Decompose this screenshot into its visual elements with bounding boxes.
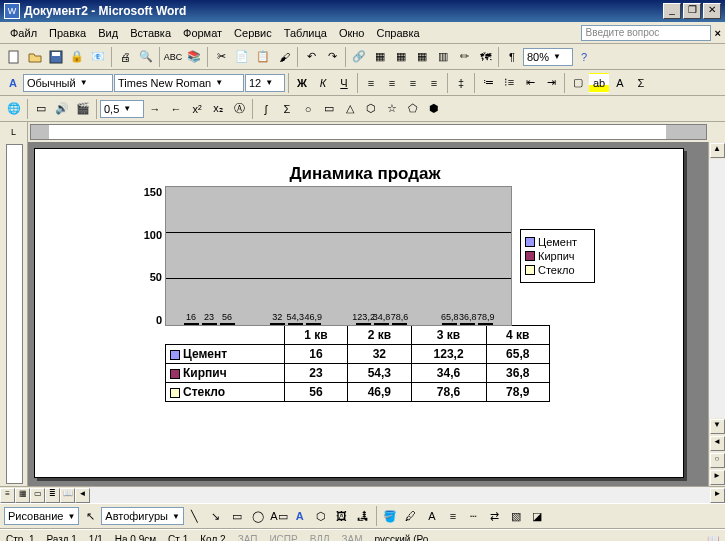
horizontal-scrollbar[interactable]: ≡ ▦ ▭ ≣ 📖 ◄ ► <box>0 486 725 503</box>
menu-format[interactable]: Формат <box>177 25 228 41</box>
indent-spin[interactable]: 0,5▼ <box>100 100 144 118</box>
oval-tool-button[interactable]: ◯ <box>248 506 268 526</box>
misc-button-5[interactable]: ☆ <box>382 99 402 119</box>
ruler-corner[interactable]: L <box>0 122 28 142</box>
autoshapes-menu[interactable]: Автофигуры▼ <box>101 507 184 525</box>
page-scroll[interactable]: Динамика продаж 150 100 50 0 1623563254,… <box>28 142 708 486</box>
select-objects-button[interactable]: ↖ <box>80 506 100 526</box>
menu-table[interactable]: Таблица <box>278 25 333 41</box>
maximize-button[interactable]: ❐ <box>683 3 701 19</box>
menu-edit[interactable]: Правка <box>43 25 92 41</box>
line-spacing-button[interactable]: ‡ <box>451 73 471 93</box>
browse-object-button[interactable]: ○ <box>710 453 725 468</box>
close-button[interactable]: ✕ <box>703 3 721 19</box>
equation-editor-button[interactable]: ∫ <box>256 99 276 119</box>
close-doc-button[interactable]: × <box>715 27 721 39</box>
misc-button-6[interactable]: ⬠ <box>403 99 423 119</box>
menu-tools[interactable]: Сервис <box>228 25 278 41</box>
menu-view[interactable]: Вид <box>92 25 124 41</box>
scroll-right-button[interactable]: ► <box>710 488 725 503</box>
textbox-button[interactable]: A▭ <box>269 506 289 526</box>
show-marks-button[interactable]: ¶ <box>502 47 522 67</box>
char-border-button[interactable]: Ⓐ <box>229 99 249 119</box>
diagram-button[interactable]: ⬡ <box>311 506 331 526</box>
line-color-button[interactable]: 🖊 <box>401 506 421 526</box>
font-color-button[interactable]: A <box>610 73 630 93</box>
status-book-icon[interactable]: 📖 <box>707 534 719 541</box>
italic-button[interactable]: К <box>313 73 333 93</box>
numbering-button[interactable]: ≔ <box>478 73 498 93</box>
misc-button-2[interactable]: ▭ <box>319 99 339 119</box>
outdent-button[interactable]: ⇤ <box>520 73 540 93</box>
insert-table-button[interactable]: ▦ <box>391 47 411 67</box>
permissions-button[interactable]: 🔒 <box>67 47 87 67</box>
arrow-tool-button[interactable]: ↘ <box>206 506 226 526</box>
font-color-draw-button[interactable]: A <box>422 506 442 526</box>
align-right-button[interactable]: ≡ <box>403 73 423 93</box>
open-button[interactable] <box>25 47 45 67</box>
misc-button-7[interactable]: ⬢ <box>424 99 444 119</box>
view-outline-button[interactable]: ≣ <box>45 488 60 503</box>
horizontal-ruler[interactable]: L <box>0 122 725 142</box>
scroll-up-button[interactable]: ▲ <box>710 143 725 158</box>
arrow-style-button[interactable]: ⇄ <box>485 506 505 526</box>
preview-button[interactable]: 🔍 <box>136 47 156 67</box>
shadow-button[interactable]: ▧ <box>506 506 526 526</box>
equation-button[interactable]: Σ <box>631 73 651 93</box>
styles-pane-button[interactable]: A <box>4 73 22 93</box>
undo-button[interactable]: ↶ <box>301 47 321 67</box>
font-select[interactable]: Times New Roman▼ <box>114 74 244 92</box>
tables-borders-button[interactable]: ▦ <box>370 47 390 67</box>
redo-button[interactable]: ↷ <box>322 47 342 67</box>
menu-help[interactable]: Справка <box>370 25 425 41</box>
inc-indent-button[interactable]: → <box>145 99 165 119</box>
vertical-ruler[interactable] <box>0 142 28 486</box>
menu-window[interactable]: Окно <box>333 25 371 41</box>
wordart-button[interactable]: A <box>290 506 310 526</box>
help-search-input[interactable]: Введите вопрос <box>581 25 711 41</box>
superscript-button[interactable]: x² <box>187 99 207 119</box>
movie-button[interactable]: 🎬 <box>73 99 93 119</box>
copy-button[interactable]: 📄 <box>232 47 252 67</box>
justify-button[interactable]: ≡ <box>424 73 444 93</box>
hyperlink-button[interactable]: 🔗 <box>349 47 369 67</box>
research-button[interactable]: 📚 <box>184 47 204 67</box>
style-select[interactable]: Обычный▼ <box>23 74 113 92</box>
docmap-button[interactable]: 🗺 <box>475 47 495 67</box>
zoom-select[interactable]: 80%▼ <box>523 48 573 66</box>
prev-page-button[interactable]: ◄ <box>710 436 725 451</box>
align-center-button[interactable]: ≡ <box>382 73 402 93</box>
view-reading-button[interactable]: 📖 <box>60 488 75 503</box>
drawing-menu[interactable]: Рисование▼ <box>4 507 79 525</box>
indent-button[interactable]: ⇥ <box>541 73 561 93</box>
columns-button[interactable]: ▥ <box>433 47 453 67</box>
autosum-button[interactable]: Σ <box>277 99 297 119</box>
view-print-button[interactable]: ▭ <box>30 488 45 503</box>
drawing-button[interactable]: ✏ <box>454 47 474 67</box>
bullets-button[interactable]: ⁝≡ <box>499 73 519 93</box>
help-button[interactable]: ? <box>574 47 594 67</box>
minimize-button[interactable]: _ <box>663 3 681 19</box>
dash-style-button[interactable]: ┄ <box>464 506 484 526</box>
misc-button-4[interactable]: ⬡ <box>361 99 381 119</box>
web-tools-button[interactable]: 🌐 <box>4 99 24 119</box>
dec-indent-button[interactable]: ← <box>166 99 186 119</box>
insert-excel-button[interactable]: ▦ <box>412 47 432 67</box>
view-web-button[interactable]: ▦ <box>15 488 30 503</box>
scroll-left-button[interactable]: ◄ <box>75 488 90 503</box>
underline-button[interactable]: Ч <box>334 73 354 93</box>
email-button[interactable]: 📧 <box>88 47 108 67</box>
clipart-button[interactable]: 🖼 <box>332 506 352 526</box>
size-select[interactable]: 12▼ <box>245 74 285 92</box>
line-style-button[interactable]: ≡ <box>443 506 463 526</box>
menu-insert[interactable]: Вставка <box>124 25 177 41</box>
save-button[interactable] <box>46 47 66 67</box>
new-doc-button[interactable] <box>4 47 24 67</box>
misc-button-1[interactable]: ○ <box>298 99 318 119</box>
spellcheck-button[interactable]: ABC <box>163 47 183 67</box>
format-painter-button[interactable]: 🖌 <box>274 47 294 67</box>
rect-tool-button[interactable]: ▭ <box>227 506 247 526</box>
frame-button[interactable]: ▭ <box>31 99 51 119</box>
picture-button[interactable]: 🏞 <box>353 506 373 526</box>
misc-button-3[interactable]: △ <box>340 99 360 119</box>
